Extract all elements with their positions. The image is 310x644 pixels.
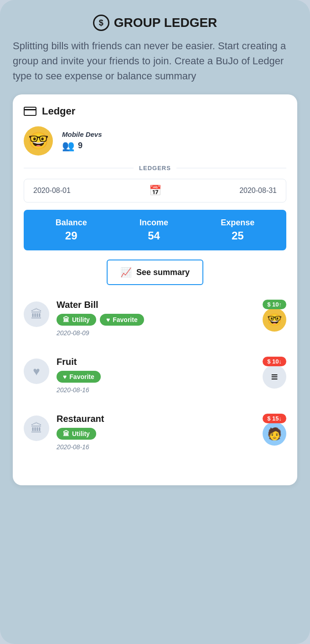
tag-icon: 🏛 xyxy=(63,430,69,437)
avatar-amount-stack: $ 15↓ 🧑 xyxy=(259,414,286,446)
stats-bar: Balance 29 Income 54 Expense 25 xyxy=(24,210,286,250)
item-name: Water Bill xyxy=(57,300,252,310)
tag-label: Favorite xyxy=(113,316,137,323)
item-tags: 🏛 Utility xyxy=(57,428,252,440)
chart-icon: 📈 xyxy=(120,267,132,278)
dollar-icon: $ xyxy=(93,15,109,31)
item-content: Water Bill 🏛 Utility ♥ Favorite 2020-08-… xyxy=(57,300,252,337)
tag: 🏛 Utility xyxy=(57,314,96,326)
tag-icon: ♥ xyxy=(63,373,67,380)
expense-stat: Expense 25 xyxy=(221,218,254,242)
item-date: 2020-08-16 xyxy=(57,386,252,394)
item-content: Restaurant 🏛 Utility 2020-08-16 xyxy=(57,414,252,451)
app-title-row: $ GROUP LEDGER xyxy=(13,15,297,31)
expense-value: 25 xyxy=(221,229,254,242)
item-avatar: ≡ xyxy=(263,365,286,389)
date-end: 2020-08-31 xyxy=(239,187,277,195)
ledger-item[interactable]: 🏛 Water Bill 🏛 Utility ♥ Favorite 2020-0… xyxy=(24,300,286,344)
see-summary-label: See summary xyxy=(136,268,190,277)
amount-bubble: $ 15↓ xyxy=(263,414,286,423)
ledgers-divider: LEDGERS xyxy=(24,165,286,171)
item-date: 2020-08-09 xyxy=(57,329,252,337)
income-value: 54 xyxy=(140,229,168,242)
tag: 🏛 Utility xyxy=(57,428,96,440)
item-name: Restaurant xyxy=(57,414,252,424)
ledger-item[interactable]: 🏛 Restaurant 🏛 Utility 2020-08-16 $ 15↓ … xyxy=(24,414,286,458)
app-title: GROUP LEDGER xyxy=(114,16,217,30)
item-content: Fruit ♥ Favorite 2020-08-16 xyxy=(57,357,252,394)
item-icon-circle: 🏛 xyxy=(24,415,49,441)
item-name: Fruit xyxy=(57,357,252,367)
ledger-card: Ledger 🤓 Mobile Devs 👥 9 LEDGERS 2020-08… xyxy=(13,94,297,485)
item-tags: 🏛 Utility ♥ Favorite xyxy=(57,314,252,326)
ledger-item[interactable]: ♥ Fruit ♥ Favorite 2020-08-16 $ 10↓ ≡ xyxy=(24,357,286,401)
tag-label: Utility xyxy=(72,430,90,437)
app-container: $ GROUP LEDGER Splitting bills with frie… xyxy=(0,0,310,644)
divider-text: LEDGERS xyxy=(139,165,171,171)
date-row[interactable]: 2020-08-01 📅 2020-08-31 xyxy=(24,179,286,203)
group-details: Mobile Devs 👥 9 xyxy=(62,130,102,152)
item-avatar: 🧑 xyxy=(263,422,286,446)
ledger-items-list: 🏛 Water Bill 🏛 Utility ♥ Favorite 2020-0… xyxy=(24,300,286,458)
expense-label: Expense xyxy=(221,218,254,228)
balance-value: 29 xyxy=(56,229,87,242)
income-stat: Income 54 xyxy=(140,218,168,242)
item-icon-circle: 🏛 xyxy=(24,301,49,327)
avatar-amount-stack: $ 10↓ ≡ xyxy=(259,357,286,389)
ledger-card-icon xyxy=(24,107,36,116)
amount-with-avatar: $ 10↓ ≡ xyxy=(259,357,286,389)
group-name: Mobile Devs xyxy=(62,130,102,138)
members-icon: 👥 xyxy=(62,140,74,152)
group-members-row: 👥 9 xyxy=(62,140,102,152)
group-info: 🤓 Mobile Devs 👥 9 xyxy=(24,126,286,156)
amount-with-avatar: $ 15↓ 🧑 xyxy=(259,414,286,446)
tag-label: Favorite xyxy=(69,373,94,380)
members-count: 9 xyxy=(78,141,83,151)
card-title: Ledger xyxy=(42,105,75,117)
app-description: Splitting bills with friends can never b… xyxy=(13,38,297,83)
income-label: Income xyxy=(140,218,168,228)
item-icon-circle: ♥ xyxy=(24,358,49,384)
item-tags: ♥ Favorite xyxy=(57,371,252,383)
amount-bubble: $ 10↓ xyxy=(263,357,286,366)
card-header: Ledger xyxy=(24,105,286,117)
amount-with-avatar: $ 10↑ 🤓 xyxy=(259,300,286,332)
amount-bubble: $ 10↑ xyxy=(263,300,286,309)
tag: ♥ Favorite xyxy=(100,314,144,326)
balance-stat: Balance 29 xyxy=(56,218,87,242)
tag-label: Utility xyxy=(72,316,90,323)
calendar-icon: 📅 xyxy=(149,185,161,197)
see-summary-button[interactable]: 📈 See summary xyxy=(107,260,203,285)
avatar-amount-stack: $ 10↑ 🤓 xyxy=(259,300,286,332)
divider-line-left xyxy=(24,168,134,168)
balance-label: Balance xyxy=(56,218,87,228)
group-avatar: 🤓 xyxy=(24,126,53,156)
divider-line-right xyxy=(176,168,286,168)
item-date: 2020-08-16 xyxy=(57,443,252,451)
item-avatar: 🤓 xyxy=(263,308,286,332)
header: $ GROUP LEDGER Splitting bills with frie… xyxy=(13,15,297,83)
date-start: 2020-08-01 xyxy=(33,187,71,195)
tag: ♥ Favorite xyxy=(57,371,101,383)
tag-icon: 🏛 xyxy=(63,316,69,323)
tag-icon: ♥ xyxy=(106,316,110,323)
